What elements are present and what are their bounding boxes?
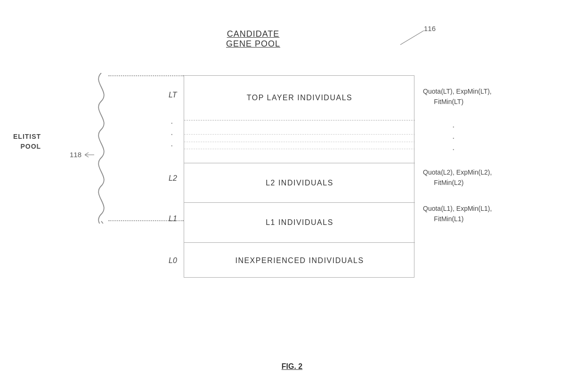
title-line2: GENE POOL [226, 39, 280, 49]
layer-top: TOP LAYER INDIVIDUALS [184, 76, 415, 120]
diagram: CANDIDATE GENE POOL 116 ELITIST POOL 118… [0, 0, 584, 392]
l1-params: Quota(L1), ExpMin(L1), FitMin(L1) [423, 203, 492, 224]
dots-right-lt-l2: ··· [452, 120, 455, 154]
wavy-line [87, 73, 113, 224]
lt-params: Quota(LT), ExpMin(LT), FitMin(LT) [423, 86, 492, 107]
layer-l0: INEXPERIENCED INDIVIDUALS [184, 243, 415, 278]
svg-line-3 [85, 155, 89, 157]
layer-l2: L2 INDIVIDUALS [184, 163, 415, 203]
layer-l1: L1 INDIVIDUALS [184, 203, 415, 243]
label-l2: L2 [169, 174, 177, 183]
main-pool-box: TOP LAYER INDIVIDUALS L2 INDIVIDUALS L1 … [184, 75, 414, 278]
label-lt: LT [169, 91, 177, 99]
l2-layer-text: L2 INDIVIDUALS [266, 179, 333, 187]
svg-line-0 [400, 31, 424, 45]
dotted-line-top [108, 75, 184, 76]
ref-118-label: 118 [70, 151, 81, 159]
label-l0: L0 [169, 256, 177, 265]
top-layer-text: TOP LAYER INDIVIDUALS [247, 94, 352, 102]
l2-params: Quota(L2), ExpMin(L2), FitMin(L2) [423, 167, 492, 188]
figure-label: FIG. 2 [282, 362, 302, 371]
dots-lt-l2: ··· [170, 117, 173, 151]
svg-line-2 [85, 152, 89, 155]
l1-layer-text: L1 INDIVIDUALS [266, 218, 333, 227]
elitist-pool-label: ELITIST POOL [13, 132, 41, 152]
title-line1: CANDIDATE [226, 29, 280, 39]
dashed-line-1 [184, 134, 415, 135]
l0-layer-text: INEXPERIENCED INDIVIDUALS [235, 256, 364, 265]
ref-118-arrow [85, 152, 99, 159]
candidate-gene-pool-title: CANDIDATE GENE POOL [226, 29, 280, 49]
dashed-line-3 [184, 149, 415, 149]
ref-116-arrow [396, 28, 426, 47]
dot-separator [184, 120, 415, 163]
label-l1: L1 [169, 215, 177, 223]
dashed-line-2 [184, 142, 415, 142]
